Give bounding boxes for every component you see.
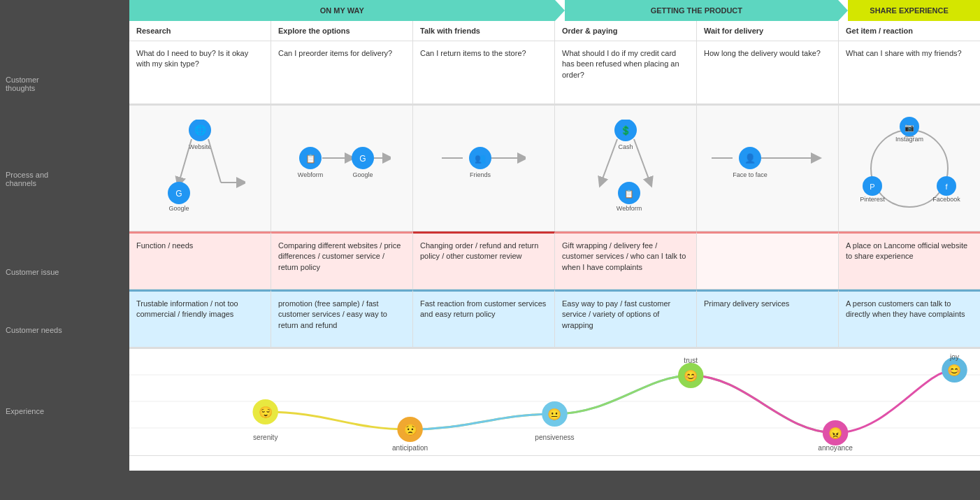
svg-text:Google: Google	[352, 171, 373, 178]
svg-text:💲: 💲	[620, 124, 632, 136]
svg-text:Google: Google	[168, 205, 189, 212]
thought-research: What do I need to buy? Is it okay with m…	[129, 41, 271, 103]
sidebar-item-customer-thoughts: Customer thoughts	[6, 52, 124, 115]
process-research-svg: 🌐 Website G Google	[154, 120, 245, 217]
svg-text:Instagram: Instagram	[895, 136, 923, 143]
need-order: Easy way to pay / fast customer service …	[555, 290, 697, 347]
need-wait: Primary delivery services	[697, 290, 839, 347]
svg-text:Webform: Webform	[617, 205, 642, 212]
svg-text:📋: 📋	[624, 189, 634, 199]
phase-header-row: ON MY WAY GETTING THE PRODUCT SHARE EXPE…	[129, 0, 980, 21]
sidebar-item-process-channels: Process andchannels	[6, 115, 124, 243]
issue-explore: Comparing different websites / price dif…	[271, 231, 413, 289]
step-wait: Wait for delivery	[697, 21, 839, 41]
process-wait: 👤 Face to face	[697, 106, 839, 231]
experience-row: 😌 serenity 😟 anticipation 😐 pensiveness …	[129, 348, 980, 456]
svg-text:joy: joy	[949, 353, 960, 361]
experience-chart-svg: 😌 serenity 😟 anticipation 😐 pensiveness …	[129, 349, 980, 454]
sidebar-item-customer-issue: Customer issue	[6, 243, 124, 301]
process-talk-svg: 👥 Friends	[442, 134, 526, 203]
sidebar: Customer thoughts Process andchannels Cu…	[0, 0, 129, 471]
svg-line-26	[634, 139, 650, 183]
svg-text:Cash: Cash	[618, 143, 633, 150]
svg-text:😟: 😟	[403, 423, 418, 436]
thought-order: What should I do if my credit card has b…	[555, 41, 697, 103]
svg-text:pensiveness: pensiveness	[535, 434, 574, 441]
phase-on-my-way: ON MY WAY	[129, 0, 555, 21]
main-content: ON MY WAY GETTING THE PRODUCT SHARE EXPE…	[129, 0, 980, 471]
issue-get-item: A place on Lancome official website to s…	[839, 231, 980, 289]
thought-get-item: What can I share with my friends?	[839, 41, 980, 103]
svg-line-4	[208, 139, 221, 183]
phase-getting-product: GETTING THE PRODUCT	[555, 0, 839, 21]
step-research: Research	[129, 21, 271, 41]
phase-share-experience: SHARE EXPERIENCE	[838, 0, 980, 21]
svg-text:😊: 😊	[684, 369, 698, 383]
svg-text:👥: 👥	[475, 152, 487, 164]
svg-text:Face to face: Face to face	[733, 171, 768, 178]
step-explore: Explore the options	[271, 21, 413, 41]
thought-talk: Can I return items to the store?	[413, 41, 555, 103]
svg-text:Pinterest: Pinterest	[860, 196, 885, 203]
issue-research: Function / needs	[129, 231, 271, 289]
process-research: 🌐 Website G Google	[129, 106, 271, 231]
issue-wait	[697, 231, 839, 289]
svg-line-3	[179, 139, 192, 183]
svg-text:anticipation: anticipation	[392, 444, 428, 452]
svg-text:Friends: Friends	[470, 171, 491, 178]
issue-order: Gift wrapping / delivery fee / customer …	[555, 231, 697, 289]
svg-text:Facebook: Facebook	[932, 196, 960, 203]
step-header-row: Research Explore the options Talk with f…	[129, 21, 980, 41]
svg-text:trust: trust	[684, 357, 698, 364]
svg-text:G: G	[175, 189, 182, 199]
process-channels-row: 🌐 Website G Google	[129, 104, 980, 231]
svg-text:😠: 😠	[828, 427, 843, 440]
process-order: 💲 Cash 📋 Webform	[555, 106, 697, 231]
svg-text:P: P	[870, 183, 874, 191]
customer-needs-row: Trustable information / not too commerci…	[129, 290, 980, 348]
svg-text:😊: 😊	[947, 364, 962, 377]
sidebar-item-customer-needs: Customer needs	[6, 301, 124, 359]
svg-text:🌐: 🌐	[194, 124, 207, 136]
svg-text:😌: 😌	[259, 406, 273, 419]
process-order-svg: 💲 Cash 📋 Webform	[580, 120, 671, 217]
svg-text:📷: 📷	[905, 122, 914, 132]
thought-explore: Can I preorder items for delivery?	[271, 41, 413, 103]
svg-line-25	[601, 139, 617, 183]
process-share: 📷 Instagram P Pinterest f Facebook	[839, 106, 980, 231]
need-talk: Fast reaction from customer services and…	[413, 290, 555, 347]
customer-thoughts-row: What do I need to buy? Is it okay with m…	[129, 41, 980, 104]
svg-text:Website: Website	[189, 143, 211, 150]
svg-text:😐: 😐	[547, 408, 562, 421]
svg-text:📋: 📋	[305, 153, 316, 164]
process-explore: 📋 Webform G Google	[271, 106, 413, 231]
process-talk: 👥 Friends	[413, 106, 555, 231]
issue-talk: Changing order / refund and return polic…	[413, 231, 555, 289]
customer-issue-row: Function / needs Comparing different web…	[129, 231, 980, 290]
need-research: Trustable information / not too commerci…	[129, 290, 271, 347]
process-share-svg: 📷 Instagram P Pinterest f Facebook	[857, 116, 962, 221]
svg-text:serenity: serenity	[253, 434, 278, 441]
svg-text:annoyance: annoyance	[818, 444, 853, 452]
svg-text:👤: 👤	[744, 152, 756, 164]
experience-chart-container: 😌 serenity 😟 anticipation 😐 pensiveness …	[129, 349, 980, 455]
process-wait-svg: 👤 Face to face	[712, 134, 823, 203]
need-explore: promotion (free sample) / fast customer …	[271, 290, 413, 347]
sidebar-item-experience: Experience	[6, 359, 124, 464]
step-get-item: Get item / reaction	[839, 21, 980, 41]
process-explore-svg: 📋 Webform G Google	[293, 134, 391, 203]
thought-wait: How long the delivery would take?	[697, 41, 839, 103]
svg-text:G: G	[359, 154, 366, 164]
svg-text:Webform: Webform	[298, 171, 323, 178]
step-talk: Talk with friends	[413, 21, 555, 41]
step-order: Order & paying	[555, 21, 697, 41]
need-get-item: A person customers can talk to directly …	[839, 290, 980, 347]
